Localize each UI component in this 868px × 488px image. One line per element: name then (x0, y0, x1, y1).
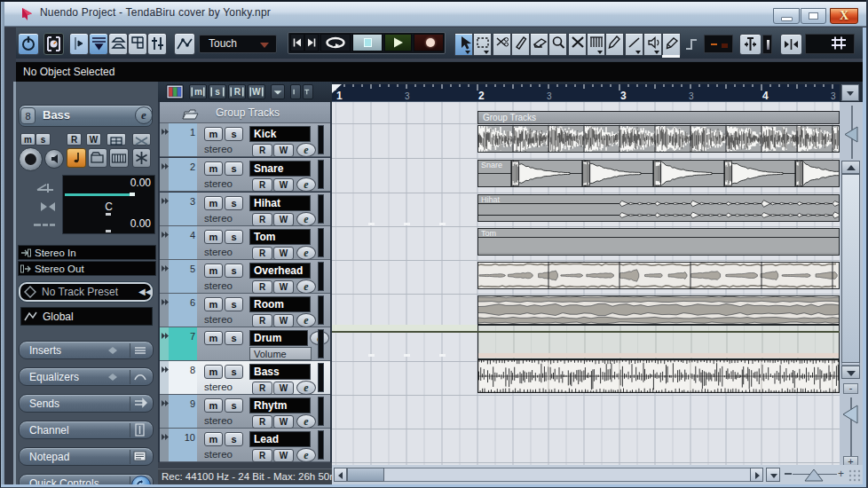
svg-text:Hihat: Hihat (481, 195, 501, 204)
svg-text:Snare: Snare (481, 161, 502, 169)
svg-text:Tom: Tom (481, 229, 496, 238)
svg-text:s: s (215, 87, 220, 97)
svg-text:m: m (194, 87, 202, 97)
svg-text:R: R (234, 87, 241, 97)
svg-text:W: W (252, 87, 261, 97)
